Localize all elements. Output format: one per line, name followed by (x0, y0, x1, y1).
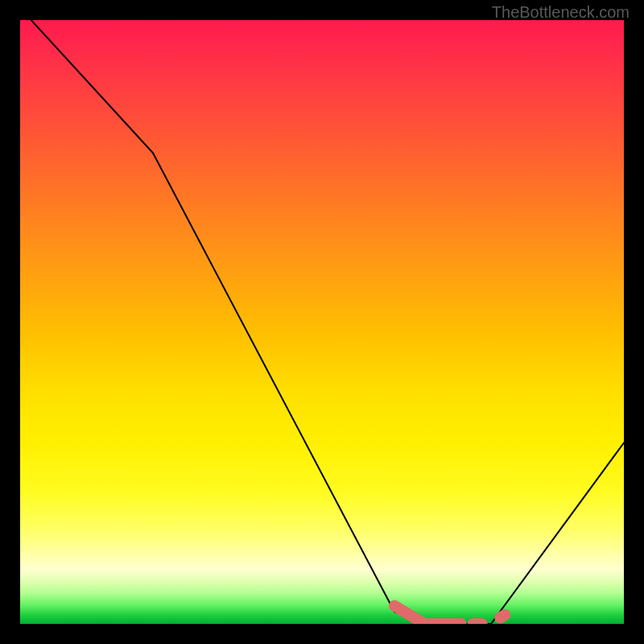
curve-main (20, 20, 624, 624)
curve-highlights (394, 606, 505, 625)
chart-curves (20, 20, 624, 624)
watermark-text: TheBottleneck.com (492, 3, 630, 22)
chart-plot-area (20, 20, 624, 624)
